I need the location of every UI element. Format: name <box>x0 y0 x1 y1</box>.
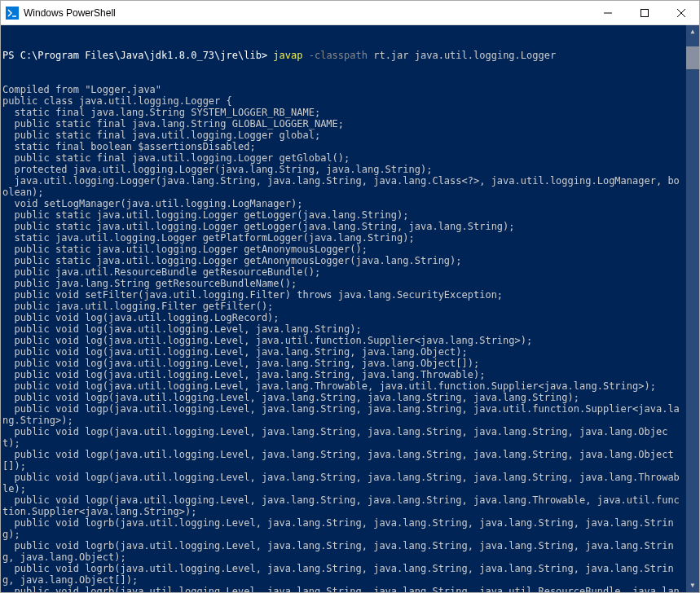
window-controls <box>589 1 699 24</box>
output-line: public static java.util.logging.Logger g… <box>2 221 699 232</box>
output-line: public static final java.util.logging.Lo… <box>2 130 699 141</box>
powershell-icon <box>6 7 19 20</box>
output-line: public class java.util.logging.Logger { <box>2 95 699 107</box>
command-args: rt.jar java.util.logging.Logger <box>373 50 556 61</box>
terminal-viewport[interactable]: PS C:\Program Files\Java\jdk1.8.0_73\jre… <box>1 25 699 592</box>
command-option: -classpath <box>309 50 368 61</box>
scrollbar-up-arrow[interactable]: ▲ <box>686 25 699 38</box>
output-line: public void log(java.util.logging.Level,… <box>2 323 699 335</box>
close-button[interactable] <box>663 1 699 24</box>
output-line: static final java.lang.String SYSTEM_LOG… <box>2 107 699 118</box>
window-title: Windows PowerShell <box>24 7 589 19</box>
command-name: javap <box>273 50 302 61</box>
svg-rect-1 <box>641 9 648 16</box>
output-line: public void log(java.util.logging.Level,… <box>2 380 699 392</box>
output-line: public void logp(java.util.logging.Level… <box>2 472 699 494</box>
output-line: public void log(java.util.logging.Level,… <box>2 335 699 346</box>
output-line: public void log(java.util.logging.LogRec… <box>2 312 699 323</box>
command-line: PS C:\Program Files\Java\jdk1.8.0_73\jre… <box>2 50 699 61</box>
output-line: public java.util.ResourceBundle getResou… <box>2 266 699 278</box>
output-line: public void logp(java.util.logging.Level… <box>2 403 699 426</box>
output-line: public void log(java.util.logging.Level,… <box>2 369 699 380</box>
output-line: public void logrb(java.util.logging.Leve… <box>2 563 699 586</box>
output-line: public void logrb(java.util.logging.Leve… <box>2 540 699 563</box>
minimize-button[interactable] <box>589 1 626 24</box>
output-line: public void logrb(java.util.logging.Leve… <box>2 517 699 540</box>
scrollbar-thumb[interactable] <box>686 46 699 69</box>
output-line: public static java.util.logging.Logger g… <box>2 255 699 266</box>
output-line: public void logp(java.util.logging.Level… <box>2 426 699 449</box>
window-titlebar[interactable]: Windows PowerShell <box>1 1 699 25</box>
output-line: public void log(java.util.logging.Level,… <box>2 358 699 369</box>
output-line: public void logp(java.util.logging.Level… <box>2 494 699 517</box>
scrollbar-down-arrow[interactable]: ▼ <box>686 579 699 592</box>
output-line: public static final java.lang.String GLO… <box>2 118 699 130</box>
output-line: Compiled from "Logger.java" <box>2 84 699 95</box>
output-line: public void logp(java.util.logging.Level… <box>2 392 699 403</box>
output-line: public void logrb(java.util.logging.Leve… <box>2 586 699 592</box>
output-line: public static java.util.logging.Logger g… <box>2 209 699 221</box>
output-line: public java.util.logging.Filter getFilte… <box>2 301 699 312</box>
output-line: java.util.logging.Logger(java.lang.Strin… <box>2 175 699 198</box>
prompt: PS C:\Program Files\Java\jdk1.8.0_73\jre… <box>2 50 267 61</box>
output-line: public java.lang.String getResourceBundl… <box>2 278 699 289</box>
output-line: public void logp(java.util.logging.Level… <box>2 449 699 472</box>
output-line: public static java.util.logging.Logger g… <box>2 244 699 255</box>
output-line: static java.util.logging.Logger getPlatf… <box>2 232 699 244</box>
output-line: static final boolean $assertionsDisabled… <box>2 141 699 152</box>
output-line: public void setFilter(java.util.logging.… <box>2 289 699 301</box>
output-line: void setLogManager(java.util.logging.Log… <box>2 198 699 209</box>
scrollbar-track[interactable] <box>686 25 699 592</box>
output-line: public static final java.util.logging.Lo… <box>2 152 699 164</box>
terminal-output: Compiled from "Logger.java"public class … <box>2 84 699 592</box>
maximize-button[interactable] <box>626 1 663 24</box>
output-line: protected java.util.logging.Logger(java.… <box>2 164 699 175</box>
output-line: public void log(java.util.logging.Level,… <box>2 346 699 358</box>
